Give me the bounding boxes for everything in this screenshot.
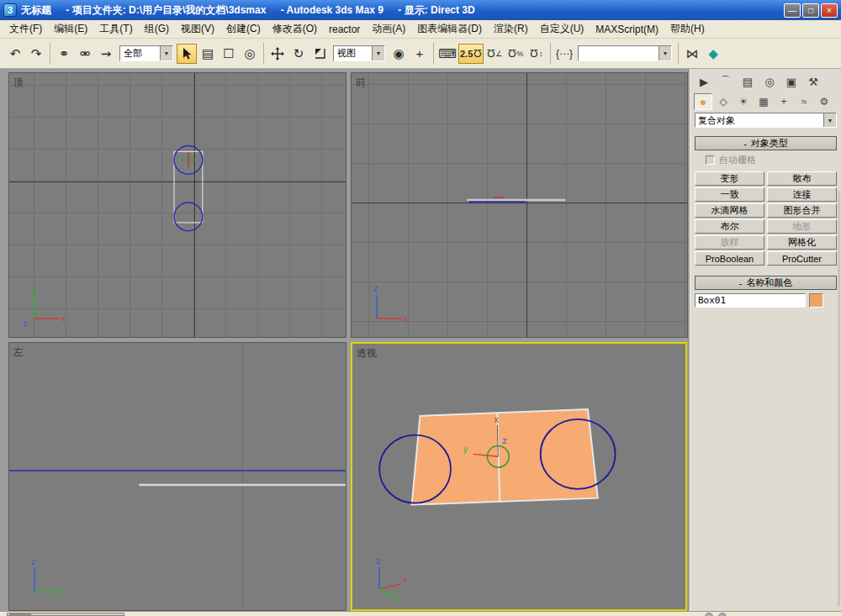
menu-item-views[interactable]: 视图(V) bbox=[175, 19, 220, 39]
title-project-folder: - 项目文件夹: D:\用户目录\我的文档\3dsmax bbox=[66, 4, 266, 16]
menu-item-edit[interactable]: 编辑(E) bbox=[48, 19, 93, 39]
select-and-link-icon[interactable]: ⚭ bbox=[54, 44, 74, 64]
tab-create[interactable]: ▶ bbox=[694, 72, 714, 91]
cp-button-boolean[interactable]: 布尔 bbox=[695, 219, 764, 234]
edit-named-selection-sets-icon[interactable]: {⋯} bbox=[554, 44, 574, 64]
cp-button-loft[interactable]: 放样 bbox=[695, 235, 764, 250]
keyboard-shortcut-override-icon[interactable]: ⌨ bbox=[437, 44, 458, 64]
cp-button-terrain[interactable]: 地形 bbox=[767, 219, 837, 234]
viewport-left[interactable]: 左 z y bbox=[8, 342, 346, 611]
tab-utilities[interactable]: ⚒ bbox=[803, 72, 823, 91]
object-color-swatch[interactable] bbox=[809, 293, 823, 308]
category-cameras-icon[interactable]: ▦ bbox=[754, 93, 773, 110]
autogrid-checkbox[interactable] bbox=[706, 155, 715, 165]
category-spacewarps-icon[interactable]: ≈ bbox=[795, 93, 813, 110]
cp-button-shapemerge[interactable]: 图形合并 bbox=[767, 203, 837, 218]
viewport-perspective[interactable]: 透视 x y z z x y bbox=[351, 342, 687, 611]
chevron-down-icon[interactable]: ▼ bbox=[659, 46, 671, 61]
redo-icon[interactable]: ↷ bbox=[26, 44, 46, 64]
object-name-field[interactable] bbox=[695, 293, 806, 308]
named-selection-dropdown[interactable]: ▼ bbox=[578, 45, 672, 61]
percent-snap-icon[interactable]: Ω % bbox=[505, 44, 526, 64]
cp-button-connect[interactable]: 连接 bbox=[767, 187, 837, 202]
rollout-object-type[interactable]: - 对象类型 bbox=[695, 136, 837, 150]
select-and-move-icon[interactable] bbox=[267, 44, 288, 64]
cp-button-scatter[interactable]: 散布 bbox=[767, 171, 837, 186]
viewport-front-label[interactable]: 前 bbox=[356, 76, 366, 90]
chevron-down-icon[interactable]: ▼ bbox=[823, 113, 836, 127]
cp-button-mesher[interactable]: 网格化 bbox=[767, 235, 837, 250]
box-object[interactable] bbox=[412, 409, 598, 505]
menu-item-modifiers[interactable]: 修改器(O) bbox=[267, 19, 323, 39]
cp-button-conform[interactable]: 一致 bbox=[695, 187, 764, 202]
tab-motion[interactable]: ◎ bbox=[759, 72, 780, 91]
menu-item-animation[interactable]: 动画(A) bbox=[366, 19, 411, 39]
menu-item-rendering[interactable]: 渲染(R) bbox=[488, 19, 534, 39]
cp-button-morph[interactable]: 变形 bbox=[695, 171, 764, 186]
axis-tripod: z x y bbox=[364, 554, 411, 601]
move-cross-icon bbox=[271, 47, 284, 61]
category-geometry-icon[interactable]: ● bbox=[694, 93, 712, 110]
viewport-top[interactable]: 顶 y x z bbox=[8, 72, 346, 338]
svg-text:x: x bbox=[403, 574, 408, 584]
viewport-perspective-label[interactable]: 透视 bbox=[357, 346, 377, 361]
window-title: 无标题 - 项目文件夹: D:\用户目录\我的文档\3dsmax - Autod… bbox=[21, 3, 784, 18]
command-panel-scrollbar[interactable] bbox=[838, 191, 840, 606]
undo-icon[interactable]: ↶ bbox=[5, 44, 25, 64]
minimize-button[interactable]: — bbox=[784, 3, 801, 18]
geometry-category-dropdown[interactable]: 复合对象 ▼ bbox=[695, 113, 837, 128]
select-and-manipulate-icon[interactable]: + bbox=[410, 44, 430, 64]
chevron-down-icon[interactable]: ▼ bbox=[160, 46, 172, 61]
menu-item-group[interactable]: 组(G) bbox=[139, 19, 175, 39]
close-button[interactable]: × bbox=[821, 3, 838, 18]
select-and-rotate-icon[interactable]: ↻ bbox=[288, 44, 309, 64]
angle-snap-icon[interactable]: Ω ∠ bbox=[484, 44, 505, 64]
select-by-name-icon[interactable]: ▤ bbox=[198, 44, 218, 64]
circle-spline-lower[interactable] bbox=[174, 203, 203, 231]
track-bar-thumb[interactable] bbox=[9, 613, 31, 615]
select-object-button[interactable] bbox=[177, 44, 197, 64]
unlink-selection-icon[interactable]: ⚮ bbox=[75, 44, 95, 64]
snaps-toggle-icon[interactable]: 2.5 Ω bbox=[458, 44, 484, 64]
magnet-icon: Ω bbox=[530, 47, 538, 60]
rollout-name-color[interactable]: - 名称和颜色 bbox=[695, 276, 837, 290]
chevron-down-icon[interactable]: ▼ bbox=[372, 46, 384, 61]
title-bar[interactable]: 3 无标题 - 项目文件夹: D:\用户目录\我的文档\3dsmax - Aut… bbox=[0, 0, 841, 20]
cp-button-proboolean[interactable]: ProBoolean bbox=[695, 251, 764, 266]
category-lights-icon[interactable]: ☀ bbox=[734, 93, 753, 110]
bind-to-space-warp-icon[interactable]: ⇝ bbox=[96, 44, 116, 64]
menu-item-help[interactable]: 帮助(H) bbox=[664, 19, 711, 39]
viewport-front[interactable]: 前 z x bbox=[351, 72, 688, 338]
mirror-icon[interactable]: ⋈ bbox=[682, 44, 702, 64]
menu-item-file[interactable]: 文件(F) bbox=[3, 19, 48, 39]
category-shapes-icon[interactable]: ◇ bbox=[714, 93, 733, 110]
menu-item-graph-editors[interactable]: 图表编辑器(D) bbox=[411, 19, 488, 39]
tab-modify[interactable]: ⌒ bbox=[716, 72, 736, 91]
selection-filter-dropdown[interactable]: 全部 ▼ bbox=[119, 45, 173, 61]
viewport-left-label[interactable]: 左 bbox=[13, 345, 24, 360]
menu-item-reactor[interactable]: reactor bbox=[323, 21, 366, 38]
svg-text:x: x bbox=[404, 313, 409, 324]
align-icon[interactable]: ◆ bbox=[703, 44, 723, 64]
coordinate-system-value: 视图 bbox=[334, 47, 372, 60]
cp-button-procutter[interactable]: ProCutter bbox=[767, 251, 837, 266]
category-systems-icon[interactable]: ⚙ bbox=[815, 93, 833, 110]
menu-item-tools[interactable]: 工具(T) bbox=[93, 19, 138, 39]
window-crossing-toggle-icon[interactable]: ◎ bbox=[240, 44, 260, 64]
menu-item-customize[interactable]: 自定义(U) bbox=[534, 19, 590, 39]
tab-hierarchy[interactable]: ▤ bbox=[738, 72, 758, 91]
reference-coordinate-dropdown[interactable]: 视图 ▼ bbox=[333, 45, 385, 61]
viewport-top-label[interactable]: 顶 bbox=[13, 76, 24, 90]
menu-item-maxscript[interactable]: MAXScript(M) bbox=[590, 21, 664, 38]
spinner-snap-icon[interactable]: Ω ↕ bbox=[526, 44, 547, 64]
select-and-scale-icon[interactable] bbox=[309, 44, 330, 64]
maximize-button[interactable]: □ bbox=[802, 3, 819, 18]
svg-text:z: z bbox=[373, 283, 378, 293]
category-helpers-icon[interactable]: + bbox=[775, 93, 793, 110]
track-bar-fragment[interactable] bbox=[7, 613, 124, 616]
use-pivot-point-icon[interactable]: ◉ bbox=[389, 44, 409, 64]
tab-display[interactable]: ▣ bbox=[781, 72, 801, 91]
cp-button-blobmesh[interactable]: 水滴网格 bbox=[695, 203, 764, 218]
menu-item-create[interactable]: 创建(C) bbox=[220, 19, 267, 39]
rectangular-selection-region-icon[interactable]: ☐ bbox=[219, 44, 239, 64]
